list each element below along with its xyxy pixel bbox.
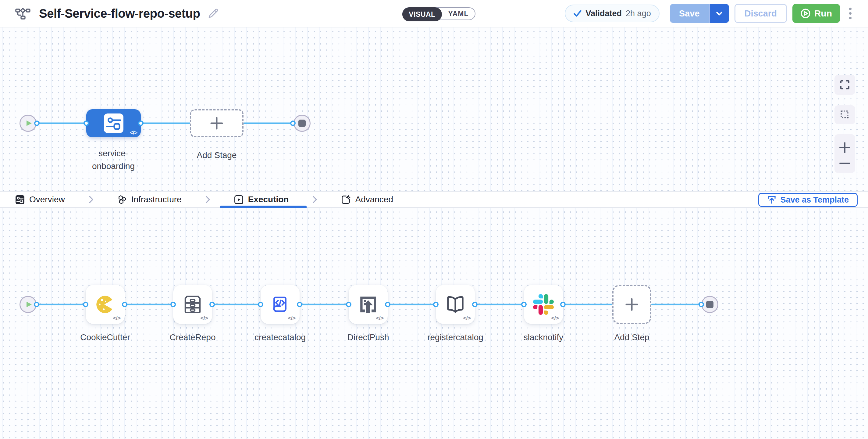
zoom-out-button[interactable] <box>839 161 850 165</box>
edge-connector <box>244 123 293 124</box>
edge-connector <box>563 304 612 305</box>
stage-node-service-onboarding[interactable]: </> <box>86 109 141 137</box>
step-node-cookiecutter[interactable]: </> <box>86 285 125 324</box>
header: Self-Service-flow-repo-setup VISUAL YAML <box>0 0 868 27</box>
connector-port[interactable] <box>521 302 527 307</box>
registercatalog-icon <box>444 293 466 316</box>
run-button[interactable]: Run <box>793 4 840 23</box>
toggle-visual[interactable]: VISUAL <box>402 7 442 21</box>
kebab-dot <box>849 12 851 14</box>
infrastructure-icon <box>117 195 127 204</box>
stage-type-icon <box>104 114 123 133</box>
save-button[interactable]: Save <box>670 4 709 23</box>
more-options-button[interactable] <box>846 5 855 22</box>
overview-icon <box>15 195 25 204</box>
directpush-icon <box>358 293 379 316</box>
add-step-button[interactable] <box>612 285 651 324</box>
header-actions: Validated 2h ago Save Discard <box>565 4 855 23</box>
check-icon <box>573 9 582 18</box>
stage-graph-canvas[interactable]: </> service- onboarding Add Stage <box>0 27 868 191</box>
fullscreen-button[interactable] <box>835 75 855 95</box>
connector-port[interactable] <box>138 120 144 126</box>
add-stage-label: Add Stage <box>197 149 237 162</box>
execution-graph-canvas[interactable]: </> </> <box>0 208 868 439</box>
step-label: CookieCutter <box>80 331 130 344</box>
connector-port[interactable] <box>433 302 439 307</box>
connector-port[interactable] <box>83 302 88 307</box>
createcatalog-icon <box>270 293 291 316</box>
tab-overview[interactable]: Overview <box>15 195 65 204</box>
connector-port[interactable] <box>34 120 40 126</box>
run-play-icon <box>800 8 811 19</box>
edge-connector <box>651 304 701 305</box>
tab-label: Infrastructure <box>131 195 182 204</box>
play-triangle-icon <box>24 300 33 309</box>
zoom-controls <box>835 134 855 173</box>
chevron-right-icon <box>312 195 317 204</box>
tab-execution[interactable]: Execution <box>234 195 289 204</box>
chevron-down-icon <box>715 9 723 18</box>
save-as-template-label: Save as Template <box>780 195 849 205</box>
pencil-icon <box>208 8 219 19</box>
edge-connector <box>475 304 524 305</box>
connector-port[interactable] <box>699 302 704 307</box>
edge-connector <box>37 304 86 305</box>
connector-port[interactable] <box>258 302 263 307</box>
connector-port[interactable] <box>290 120 296 126</box>
code-badge: </> <box>200 315 208 322</box>
add-step-label: Add Step <box>614 331 649 344</box>
cookiecutter-icon <box>94 293 116 316</box>
code-badge: </> <box>551 315 559 322</box>
marquee-icon <box>840 110 850 120</box>
fullscreen-icon <box>840 80 850 90</box>
code-badge: </> <box>376 315 383 322</box>
active-tab-indicator <box>220 206 307 208</box>
zoom-in-button[interactable] <box>839 142 850 153</box>
validated-badge[interactable]: Validated 2h ago <box>565 5 659 22</box>
connector-port[interactable] <box>560 302 566 307</box>
tab-infrastructure[interactable]: Infrastructure <box>117 195 182 204</box>
validated-time: 2h ago <box>626 9 651 18</box>
pipeline-studio: Self-Service-flow-repo-setup VISUAL YAML <box>0 0 868 439</box>
advanced-icon <box>341 195 350 204</box>
step-node-createcatalog[interactable]: </> <box>260 285 300 324</box>
stop-square-icon <box>706 301 713 308</box>
selection-marquee-button[interactable] <box>835 105 855 124</box>
step-node-slacknotify[interactable]: </> <box>524 285 563 324</box>
edge-connector <box>125 304 173 305</box>
connector-port[interactable] <box>84 120 89 126</box>
connector-port[interactable] <box>385 302 391 307</box>
edge-connector <box>388 304 436 305</box>
step-node-registercatalog[interactable]: </> <box>436 285 475 324</box>
add-stage-button[interactable] <box>190 109 244 137</box>
edge-connector <box>141 123 191 124</box>
connector-port[interactable] <box>297 302 302 307</box>
step-label: createcatalog <box>254 331 306 344</box>
tab-label: Overview <box>29 195 65 204</box>
template-upload-icon <box>767 195 776 204</box>
connector-port[interactable] <box>170 302 176 307</box>
minus-icon <box>839 161 850 165</box>
run-label: Run <box>814 8 832 19</box>
edge-connector <box>300 304 349 305</box>
save-as-template-button[interactable]: Save as Template <box>758 193 858 207</box>
tab-label: Advanced <box>355 195 393 204</box>
save-options-button[interactable] <box>710 4 729 23</box>
connector-port[interactable] <box>346 302 351 307</box>
chevron-right-icon <box>206 195 210 204</box>
step-node-directpush[interactable]: </> <box>349 285 388 324</box>
connector-port[interactable] <box>472 302 477 307</box>
code-badge: </> <box>463 315 471 322</box>
slack-icon <box>533 294 554 315</box>
tab-advanced[interactable]: Advanced <box>341 195 393 204</box>
connector-port[interactable] <box>209 302 215 307</box>
code-badge: </> <box>130 129 137 136</box>
step-node-createrepo[interactable]: </> <box>173 285 212 324</box>
discard-button[interactable]: Discard <box>735 4 787 23</box>
play-triangle-icon <box>24 119 33 128</box>
connector-port[interactable] <box>122 302 127 307</box>
stop-square-icon <box>299 120 306 127</box>
toggle-yaml[interactable]: YAML <box>442 8 475 20</box>
connector-port[interactable] <box>34 302 39 307</box>
edit-title-button[interactable] <box>208 8 219 19</box>
